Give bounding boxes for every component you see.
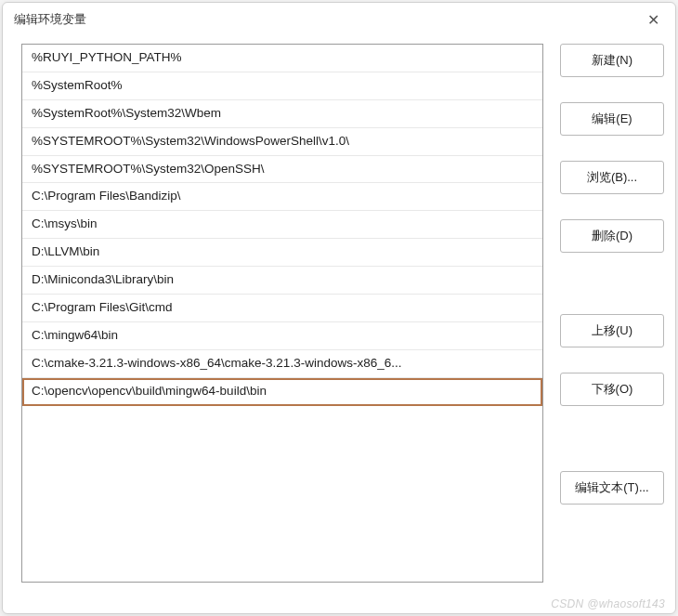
delete-button[interactable]: 删除(D) xyxy=(560,219,664,253)
watermark: CSDN @whaosoft143 xyxy=(551,597,665,610)
dialog-content: %RUYI_PYTHON_PATH%%SystemRoot%%SystemRoo… xyxy=(3,36,675,613)
list-item[interactable]: %SYSTEMROOT%\System32\OpenSSH\ xyxy=(22,156,542,184)
list-item[interactable]: C:\Program Files\Git\cmd xyxy=(22,295,542,322)
list-item[interactable]: C:\opencv\opencv\build\mingw64-build\bin xyxy=(22,378,542,406)
edit-env-var-dialog: 编辑环境变量 ✕ %RUYI_PYTHON_PATH%%SystemRoot%%… xyxy=(2,2,676,614)
browse-button[interactable]: 浏览(B)... xyxy=(560,161,664,194)
titlebar: 编辑环境变量 ✕ xyxy=(3,3,675,36)
list-item[interactable]: %SYSTEMROOT%\System32\WindowsPowerShell\… xyxy=(22,128,542,156)
moveup-button[interactable]: 上移(U) xyxy=(560,314,664,347)
list-item[interactable]: C:\msys\bin xyxy=(22,211,542,239)
list-item[interactable]: %RUYI_PYTHON_PATH% xyxy=(22,45,542,72)
list-item[interactable]: %SystemRoot%\System32\Wbem xyxy=(22,100,542,128)
list-item[interactable]: C:\cmake-3.21.3-windows-x86_64\cmake-3.2… xyxy=(22,350,542,378)
list-item[interactable]: C:\Program Files\Bandizip\ xyxy=(22,183,542,211)
list-item[interactable]: C:\mingw64\bin xyxy=(22,322,542,350)
new-button[interactable]: 新建(N) xyxy=(560,44,664,77)
list-item[interactable]: %SystemRoot% xyxy=(22,72,542,100)
path-listbox[interactable]: %RUYI_PYTHON_PATH%%SystemRoot%%SystemRoo… xyxy=(21,44,543,583)
edit-button[interactable]: 编辑(E) xyxy=(560,102,664,136)
list-item[interactable]: D:\LLVM\bin xyxy=(22,239,542,267)
button-column: 新建(N) 编辑(E) 浏览(B)... 删除(D) 上移(U) 下移(O) 编… xyxy=(560,44,664,602)
movedown-button[interactable]: 下移(O) xyxy=(560,373,664,406)
list-item[interactable]: D:\Miniconda3\Library\bin xyxy=(22,267,542,295)
edittext-button[interactable]: 编辑文本(T)... xyxy=(560,471,664,505)
close-icon[interactable]: ✕ xyxy=(642,8,664,31)
dialog-title: 编辑环境变量 xyxy=(14,11,86,28)
